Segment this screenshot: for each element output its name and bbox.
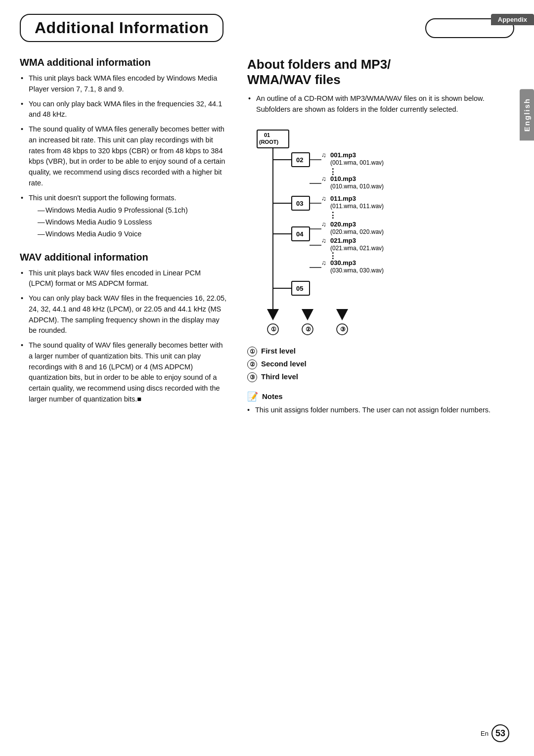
header-title-box: Additional Information [20,14,223,42]
svg-text:⋮: ⋮ [329,211,337,220]
level-1-circle: ① [247,347,257,356]
list-item: This unit assigns folder numbers. The us… [247,405,514,416]
level-3-circle: ③ [247,372,257,382]
english-sidebar-tab: English [520,89,534,140]
level-2-circle: ② [247,359,257,369]
notes-box: 📝 Notes This unit assigns folder numbers… [247,391,514,416]
svg-text:(020.wma, 020.wav): (020.wma, 020.wav) [330,228,384,235]
list-item: This unit doesn't support the following … [20,193,227,240]
level-labels: ① First level ② Second level ③ Third lev… [247,347,514,382]
list-item: This unit plays back WAV files encoded i… [20,268,227,290]
list-item: The sound quality of WAV files generally… [20,340,227,405]
notes-header: 📝 Notes [247,391,514,402]
svg-text:021.mp3: 021.mp3 [330,237,356,244]
wav-section: WAV additional information This unit pla… [20,252,227,405]
appendix-tab: Appendix [491,14,534,25]
svg-text:(ROOT): (ROOT) [259,139,278,145]
svg-text:020.mp3: 020.mp3 [330,221,356,228]
folder-diagram: 01 (ROOT) 02 ♫ 001.mp3 (001.wma, 001.wav… [252,125,514,338]
level-label-1: ① First level [247,347,514,356]
svg-marker-49 [336,309,348,320]
list-item: Windows Media Audio 9 Lossless [37,217,227,228]
svg-text:♫: ♫ [321,151,326,159]
svg-text:(021.wma, 021.wav): (021.wma, 021.wav) [330,245,384,252]
svg-text:030.mp3: 030.mp3 [330,259,356,267]
notes-list: This unit assigns folder numbers. The us… [247,405,514,416]
svg-marker-43 [267,309,279,320]
svg-text:♫: ♫ [321,195,326,202]
list-item: Windows Media Audio 9 Professional (5.1c… [37,205,227,216]
svg-text:001.mp3: 001.mp3 [330,151,356,159]
svg-text:①: ① [271,326,276,333]
page-title: Additional Information [35,19,209,37]
svg-marker-46 [302,309,313,320]
list-item: You can only play back WAV files in the … [20,293,227,336]
page-header: Additional Information [0,0,534,42]
list-item: You can only play back WMA files in the … [20,99,227,121]
level-1-text: First level [261,347,296,355]
wma-section-title: WMA additional information [20,57,227,68]
level-3-text: Third level [261,372,298,381]
notes-title: Notes [262,392,283,400]
left-column: WMA additional information This unit pla… [20,57,227,416]
svg-text:03: 03 [296,200,303,207]
svg-text:(030.wma, 030.wav): (030.wma, 030.wav) [330,267,384,274]
list-item: Windows Media Audio 9 Voice [37,229,227,240]
wav-section-title: WAV additional information [20,252,227,263]
svg-text:②: ② [306,326,311,333]
svg-text:011.mp3: 011.mp3 [330,195,356,202]
notes-icon: 📝 [247,391,258,402]
list-item: An outline of a CD-ROM with MP3/WMA/WAV … [247,93,514,115]
list-item: The sound quality of WMA files generally… [20,124,227,189]
svg-text:③: ③ [340,326,346,333]
wav-bullet-list: This unit plays back WAV files encoded i… [20,268,227,405]
svg-text:04: 04 [296,230,304,238]
svg-text:05: 05 [296,285,303,292]
svg-text:010.mp3: 010.mp3 [330,175,356,182]
svg-text:♫: ♫ [321,237,326,244]
svg-text:(001.wma, 001.wav): (001.wma, 001.wav) [330,159,384,166]
main-content: WMA additional information This unit pla… [0,42,534,436]
page-number: 53 [491,724,509,742]
footer-en-label: En [481,730,489,737]
svg-text:02: 02 [296,156,303,164]
folders-section-title: About folders and MP3/ WMA/WAV files [247,57,514,88]
page-footer: En 53 [481,724,509,742]
svg-text:(010.wma, 010.wav): (010.wma, 010.wav) [330,183,384,190]
svg-text:♫: ♫ [321,221,326,228]
level-2-text: Second level [261,359,307,368]
svg-text:01: 01 [264,132,270,138]
folders-intro-list: An outline of a CD-ROM with MP3/WMA/WAV … [247,93,514,115]
svg-text:♫: ♫ [321,259,326,267]
wma-sub-list: Windows Media Audio 9 Professional (5.1c… [29,205,227,239]
svg-text:(011.wma, 011.wav): (011.wma, 011.wav) [330,203,384,210]
wma-bullet-list: This unit plays back WMA files encoded b… [20,73,227,240]
level-label-2: ② Second level [247,359,514,369]
wma-section: WMA additional information This unit pla… [20,57,227,240]
list-item: This unit plays back WMA files encoded b… [20,73,227,95]
right-column: About folders and MP3/ WMA/WAV files An … [247,57,514,416]
level-label-3: ③ Third level [247,372,514,382]
svg-text:♫: ♫ [321,175,326,182]
